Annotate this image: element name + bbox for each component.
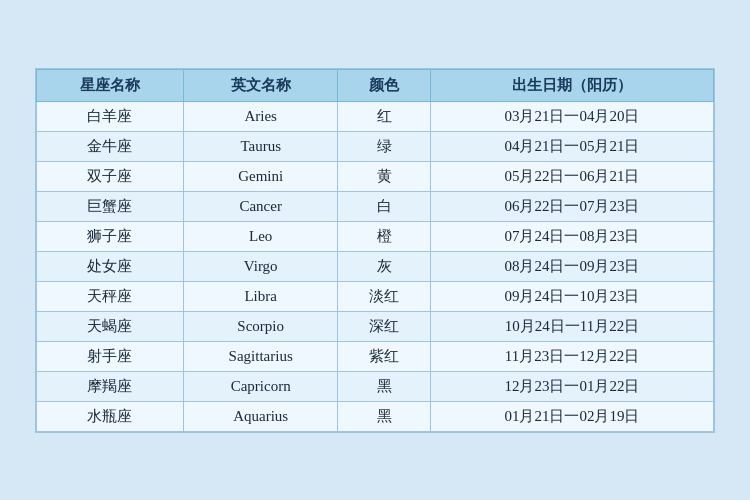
cell-color: 紫红 xyxy=(338,341,431,371)
cell-english-name: Taurus xyxy=(183,131,338,161)
table-body: 白羊座Aries红03月21日一04月20日金牛座Taurus绿04月21日一0… xyxy=(37,101,714,431)
cell-dates: 04月21日一05月21日 xyxy=(430,131,713,161)
cell-dates: 01月21日一02月19日 xyxy=(430,401,713,431)
cell-dates: 09月24日一10月23日 xyxy=(430,281,713,311)
table-header-row: 星座名称 英文名称 颜色 出生日期（阳历） xyxy=(37,69,714,101)
cell-dates: 03月21日一04月20日 xyxy=(430,101,713,131)
cell-english-name: Cancer xyxy=(183,191,338,221)
cell-dates: 06月22日一07月23日 xyxy=(430,191,713,221)
cell-dates: 08月24日一09月23日 xyxy=(430,251,713,281)
cell-color: 黑 xyxy=(338,401,431,431)
cell-color: 橙 xyxy=(338,221,431,251)
cell-english-name: Capricorn xyxy=(183,371,338,401)
table-row: 白羊座Aries红03月21日一04月20日 xyxy=(37,101,714,131)
table-row: 水瓶座Aquarius黑01月21日一02月19日 xyxy=(37,401,714,431)
cell-english-name: Aries xyxy=(183,101,338,131)
header-dates: 出生日期（阳历） xyxy=(430,69,713,101)
table-row: 射手座Sagittarius紫红11月23日一12月22日 xyxy=(37,341,714,371)
cell-color: 白 xyxy=(338,191,431,221)
table-row: 巨蟹座Cancer白06月22日一07月23日 xyxy=(37,191,714,221)
cell-english-name: Libra xyxy=(183,281,338,311)
cell-chinese-name: 摩羯座 xyxy=(37,371,184,401)
zodiac-table-container: 星座名称 英文名称 颜色 出生日期（阳历） 白羊座Aries红03月21日一04… xyxy=(35,68,715,433)
cell-chinese-name: 巨蟹座 xyxy=(37,191,184,221)
cell-dates: 10月24日一11月22日 xyxy=(430,311,713,341)
cell-english-name: Scorpio xyxy=(183,311,338,341)
header-chinese-name: 星座名称 xyxy=(37,69,184,101)
cell-chinese-name: 天秤座 xyxy=(37,281,184,311)
header-color: 颜色 xyxy=(338,69,431,101)
table-row: 狮子座Leo橙07月24日一08月23日 xyxy=(37,221,714,251)
table-row: 双子座Gemini黄05月22日一06月21日 xyxy=(37,161,714,191)
cell-color: 灰 xyxy=(338,251,431,281)
cell-english-name: Sagittarius xyxy=(183,341,338,371)
cell-color: 黄 xyxy=(338,161,431,191)
cell-color: 绿 xyxy=(338,131,431,161)
cell-dates: 11月23日一12月22日 xyxy=(430,341,713,371)
cell-chinese-name: 白羊座 xyxy=(37,101,184,131)
zodiac-table: 星座名称 英文名称 颜色 出生日期（阳历） 白羊座Aries红03月21日一04… xyxy=(36,69,714,432)
cell-dates: 07月24日一08月23日 xyxy=(430,221,713,251)
cell-english-name: Virgo xyxy=(183,251,338,281)
table-row: 金牛座Taurus绿04月21日一05月21日 xyxy=(37,131,714,161)
cell-dates: 12月23日一01月22日 xyxy=(430,371,713,401)
cell-english-name: Leo xyxy=(183,221,338,251)
cell-chinese-name: 水瓶座 xyxy=(37,401,184,431)
table-row: 处女座Virgo灰08月24日一09月23日 xyxy=(37,251,714,281)
cell-color: 红 xyxy=(338,101,431,131)
cell-color: 黑 xyxy=(338,371,431,401)
header-english-name: 英文名称 xyxy=(183,69,338,101)
table-row: 天秤座Libra淡红09月24日一10月23日 xyxy=(37,281,714,311)
table-row: 摩羯座Capricorn黑12月23日一01月22日 xyxy=(37,371,714,401)
cell-color: 淡红 xyxy=(338,281,431,311)
cell-english-name: Aquarius xyxy=(183,401,338,431)
cell-dates: 05月22日一06月21日 xyxy=(430,161,713,191)
table-row: 天蝎座Scorpio深红10月24日一11月22日 xyxy=(37,311,714,341)
cell-chinese-name: 天蝎座 xyxy=(37,311,184,341)
cell-chinese-name: 双子座 xyxy=(37,161,184,191)
cell-chinese-name: 狮子座 xyxy=(37,221,184,251)
cell-chinese-name: 射手座 xyxy=(37,341,184,371)
cell-chinese-name: 金牛座 xyxy=(37,131,184,161)
cell-english-name: Gemini xyxy=(183,161,338,191)
cell-chinese-name: 处女座 xyxy=(37,251,184,281)
cell-color: 深红 xyxy=(338,311,431,341)
